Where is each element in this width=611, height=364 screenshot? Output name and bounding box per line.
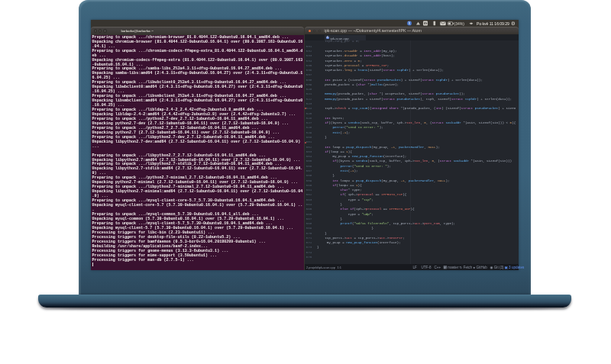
- svg-text:EN: EN: [424, 22, 428, 25]
